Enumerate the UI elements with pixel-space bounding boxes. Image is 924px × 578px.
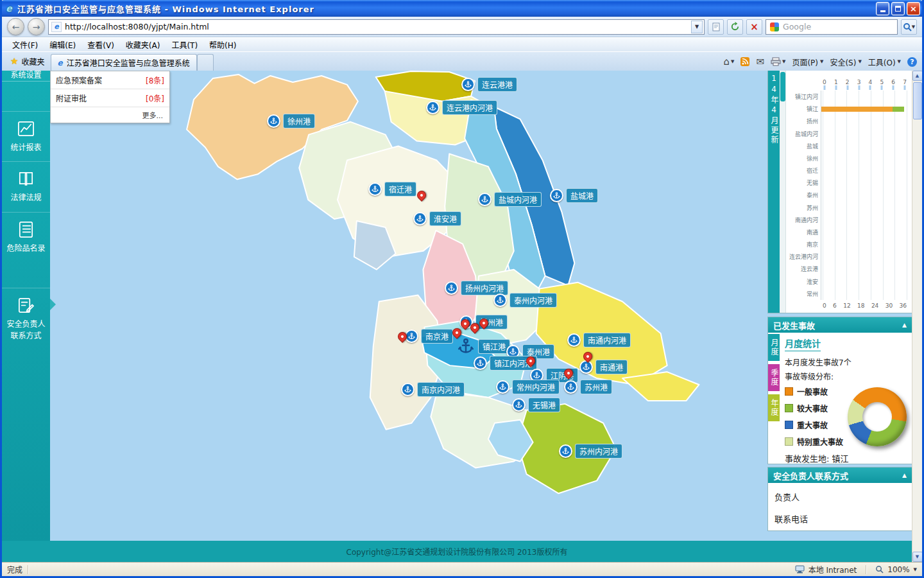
menu-favorites[interactable]: 收藏夹(A) [121, 38, 166, 51]
chart-plot: 镇江内河镇江扬州盐城内河盐城徐州宿迁无锡泰州苏州南通内河南通南京连云港内河连云港… [787, 91, 911, 300]
sidebar-item-safety-contacts[interactable]: 安全负责人联系方式 [2, 288, 50, 349]
port-marker[interactable]: 盐城港 [550, 188, 598, 203]
sidebar-item-hazmat-list[interactable]: 危险品名录 [2, 212, 50, 262]
collapse-icon[interactable]: ▲ [902, 322, 907, 328]
menu-help[interactable]: 帮助(H) [204, 38, 241, 51]
port-marker[interactable]: 南通内河港 [567, 333, 631, 347]
legend-color-swatch [785, 421, 793, 429]
anchor-icon [493, 293, 507, 307]
chart-category-label: 扬州 [787, 117, 821, 125]
safety-menu-button[interactable]: 安全(S)▼ [830, 57, 861, 67]
incident-tab-monthly[interactable]: 月度 [768, 334, 780, 361]
anchor-icon [426, 101, 440, 114]
incident-pin-icon[interactable] [415, 189, 428, 202]
chart-row: 盐城内河 [787, 128, 911, 140]
chart-scrollbar[interactable] [780, 71, 786, 313]
menu-edit[interactable]: 编辑(E) [44, 38, 81, 51]
notice-row-certificate-approval[interactable]: 附证审批 [0条] [51, 89, 169, 107]
chart-row: 镇江内河 [787, 91, 911, 103]
minimize-button[interactable] [876, 2, 889, 15]
tabs-bar: ★ 收藏夹 e 江苏省港口安全监管与应急管理系统 ⌂▼ ✉ ▼ 页面(P)▼ 安… [2, 51, 922, 71]
menu-tools[interactable]: 工具(T) [166, 38, 203, 51]
axis-tick-label: 4 [869, 79, 873, 85]
port-marker[interactable]: 苏州港 [564, 380, 612, 394]
address-dropdown-button[interactable]: ▼ [691, 21, 703, 33]
notice-row-emergency-plan[interactable]: 应急预案备案 [8条] [51, 71, 169, 89]
chart-row: 徐州 [787, 152, 911, 164]
port-label: 连云港港 [477, 77, 517, 92]
menu-bar: 文件(F) 编辑(E) 查看(V) 收藏夹(A) 工具(T) 帮助(H) [2, 37, 922, 51]
browser-window: e 江苏省港口安全监管与应急管理系统 - Windows Internet Ex… [0, 0, 924, 578]
port-marker[interactable]: 淮安港 [413, 211, 461, 226]
mail-button[interactable]: ✉ [756, 56, 764, 67]
port-marker[interactable]: 镇江港 [456, 337, 510, 356]
anchor-icon [401, 383, 415, 396]
maximize-button[interactable] [891, 2, 905, 15]
browser-tab[interactable]: e 江苏省港口安全监管与应急管理系统 [51, 54, 197, 71]
port-marker[interactable]: 盐城内河港 [478, 192, 542, 207]
port-marker[interactable]: 连云港港 [461, 77, 517, 92]
forward-button[interactable]: → [28, 18, 45, 35]
notice-more-link[interactable]: 更多... [51, 107, 169, 123]
chart-row: 苏州 [787, 202, 911, 214]
rss-feed-button[interactable] [740, 57, 749, 66]
port-marker[interactable]: 南京内河港 [401, 382, 465, 397]
port-marker[interactable]: 宿迁港 [368, 182, 416, 197]
contact-panel: 安全负责人联系方式 ▲ 负责人 联系电话 [768, 468, 912, 530]
port-marker[interactable]: 苏州内河港 [559, 444, 622, 459]
chart-row: 宿迁 [787, 164, 911, 177]
collapse-icon[interactable]: ▲ [902, 472, 907, 478]
port-marker[interactable]: 徐州港 [267, 114, 315, 128]
close-button[interactable]: × [907, 2, 920, 15]
port-marker[interactable]: 连云港内河港 [426, 100, 497, 115]
severity-distribution-label: 事故等级分布: [785, 371, 908, 381]
port-marker[interactable]: 常州内河港 [496, 380, 560, 394]
address-url[interactable]: http://localhost:8080/yjpt/Main.html [65, 22, 688, 31]
print-button[interactable]: ▼ [771, 57, 785, 66]
port-marker[interactable]: 无锡港 [512, 398, 560, 412]
back-button[interactable]: ← [7, 18, 24, 35]
monthly-stats-title[interactable]: 月度统计 [785, 337, 821, 351]
address-bar[interactable]: e http://localhost:8080/yjpt/Main.html ▼ [48, 19, 705, 35]
chart-icon [17, 119, 35, 138]
legend-item: 较大事故 [785, 403, 843, 414]
help-button[interactable]: ? [907, 57, 917, 67]
axis-tick-label: 18 [857, 302, 864, 309]
chart-scroll-thumb[interactable] [780, 72, 785, 101]
port-label: 南通内河港 [583, 333, 631, 347]
zoom-level[interactable]: 100% [887, 565, 909, 574]
incident-tab-yearly[interactable]: 年度 [768, 394, 780, 421]
home-button[interactable]: ⌂▼ [724, 56, 735, 67]
port-marker[interactable]: 南京港 [405, 329, 453, 344]
sidebar-item-system-settings[interactable]: 系统设置 [2, 71, 50, 82]
compatibility-button[interactable] [708, 19, 724, 35]
stop-button[interactable]: × [746, 19, 762, 35]
legend-item: 一般事故 [785, 386, 843, 397]
search-box[interactable]: Google [766, 19, 898, 35]
copyright-text: Copyright@江苏省交通规划设计院股份有限公司 2013版权所有 [346, 546, 568, 557]
contact-panel-header[interactable]: 安全负责人联系方式 ▲ [768, 468, 912, 483]
search-button[interactable]: ▼ [901, 19, 917, 35]
refresh-button[interactable] [727, 19, 743, 35]
new-tab-stub[interactable] [197, 54, 214, 71]
sidebar-item-statistics[interactable]: 统计报表 [2, 111, 50, 161]
menu-view[interactable]: 查看(V) [82, 38, 119, 51]
anchor-icon [461, 78, 475, 91]
sidebar-item-label: 统计报表 [10, 143, 41, 153]
magnifier-icon [903, 22, 912, 31]
vertical-scrollbar[interactable]: ▲ ▼ [912, 71, 922, 562]
page-menu-button[interactable]: 页面(P)▼ [792, 57, 823, 67]
chart-category-label: 南通内河 [787, 216, 821, 224]
sidebar-item-laws[interactable]: 法律法规 [2, 161, 50, 211]
incident-tab-quarterly[interactable]: 季度 [768, 364, 780, 391]
scroll-thumb[interactable] [913, 82, 922, 119]
zoom-dropdown[interactable]: ▼ [914, 567, 917, 572]
scroll-down-button[interactable]: ▼ [912, 552, 923, 562]
incident-panel-header[interactable]: 已发生事故 ▲ [768, 317, 912, 333]
zoom-icon[interactable] [875, 565, 884, 574]
scroll-up-button[interactable]: ▲ [912, 71, 923, 81]
tools-menu-button[interactable]: 工具(O)▼ [868, 57, 901, 67]
menu-file[interactable]: 文件(F) [7, 38, 43, 51]
port-marker[interactable]: 泰州内河港 [493, 293, 557, 308]
favorites-button[interactable]: ★ 收藏夹 [4, 53, 51, 69]
